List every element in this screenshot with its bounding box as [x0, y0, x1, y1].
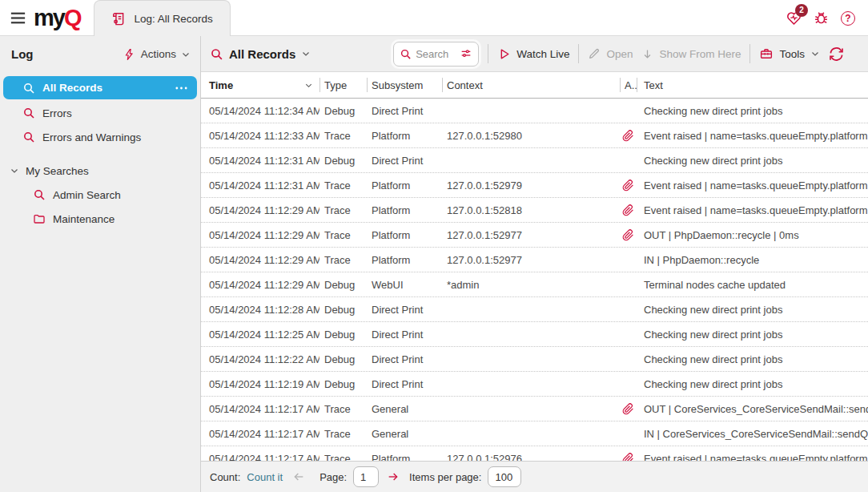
cell-type: Debug	[319, 322, 367, 346]
table-row[interactable]: 05/14/2024 11:12:17 AM Trace General OUT…	[201, 397, 868, 421]
table-row[interactable]: 05/14/2024 11:12:31 AM Debug Direct Prin…	[201, 148, 868, 173]
toolbar-divider	[749, 44, 750, 63]
sidebar-item-errors[interactable]: Errors	[0, 101, 200, 125]
myq-logo: myQ	[34, 6, 80, 30]
logo-q: Q	[64, 5, 81, 30]
cell-attachment	[620, 297, 637, 321]
sidebar-item-admin-search[interactable]: Admin Search	[0, 183, 200, 207]
next-page-arrow-icon[interactable]	[387, 470, 400, 483]
chevron-down-icon	[301, 49, 311, 58]
cell-time: 05/14/2024 11:12:33 AM	[201, 123, 319, 147]
table-row[interactable]: 05/14/2024 11:12:29 AM Debug WebUI *admi…	[201, 272, 868, 297]
column-header-text[interactable]: Text	[637, 72, 868, 98]
cell-subsystem: Direct Print	[367, 99, 442, 123]
cell-subsystem: General	[367, 421, 442, 446]
table-row[interactable]: 05/14/2024 11:12:34 AM Debug Direct Prin…	[201, 99, 868, 123]
cell-type: Debug	[319, 99, 367, 123]
health-badge: 2	[795, 4, 808, 17]
help-button[interactable]: ?	[839, 10, 857, 27]
column-header-time[interactable]: Time	[201, 72, 319, 98]
cell-type: Trace	[319, 173, 367, 197]
page-input[interactable]	[353, 466, 379, 487]
table-row[interactable]: 05/14/2024 11:12:29 AM Trace Platform 12…	[201, 198, 868, 223]
tools-dropdown-button[interactable]: Tools	[759, 46, 820, 61]
show-from-here-label: Show From Here	[659, 48, 741, 60]
sidebar-section-my-searches[interactable]: My Searches	[0, 159, 200, 183]
debug-bug-button[interactable]	[812, 10, 830, 27]
sidebar-item-maintenance[interactable]: Maintenance	[0, 207, 200, 231]
table-row[interactable]: 05/14/2024 11:12:22 AM Debug Direct Prin…	[201, 347, 868, 372]
attachment-paperclip-icon[interactable]	[622, 179, 634, 192]
search-icon	[33, 188, 46, 201]
attachment-paperclip-icon[interactable]	[622, 204, 634, 216]
chevron-down-icon	[810, 49, 820, 58]
cell-context: 127.0.0.1:52977	[442, 223, 620, 247]
attachment-paperclip-icon[interactable]	[622, 229, 634, 241]
cell-context	[442, 148, 620, 172]
actions-dropdown-button[interactable]: Actions	[123, 48, 191, 61]
panel-title: Log	[11, 47, 34, 61]
table-row[interactable]: 05/14/2024 11:12:17 AM Trace General IN …	[201, 421, 868, 446]
cell-text: OUT | PhpDaemon::recycle | 0ms	[637, 223, 868, 247]
sidebar-item-label: Admin Search	[53, 189, 121, 201]
cell-context: 127.0.0.1:52818	[442, 198, 620, 222]
section-label: My Searches	[26, 165, 89, 177]
table-header: Time Type Subsystem Context A... Text	[201, 72, 868, 99]
cell-time: 05/14/2024 11:12:22 AM	[201, 347, 319, 371]
attachment-paperclip-icon[interactable]	[622, 130, 634, 142]
view-label: All Records	[229, 47, 295, 61]
search-input[interactable]	[416, 48, 456, 60]
table-row[interactable]: 05/14/2024 11:12:31 AM Trace Platform 12…	[201, 173, 868, 198]
items-per-page-input[interactable]	[488, 466, 521, 487]
tab-log-all-records[interactable]: Log: All Records	[94, 0, 230, 36]
tools-label: Tools	[779, 48, 805, 60]
log-table: Time Type Subsystem Context A... Text 05…	[201, 72, 868, 461]
table-row[interactable]: 05/14/2024 11:12:25 AM Debug Direct Prin…	[201, 322, 868, 347]
cell-context	[442, 397, 620, 421]
table-row[interactable]: 05/14/2024 11:12:19 AM Debug Direct Prin…	[201, 372, 868, 397]
advanced-search-sliders-icon[interactable]	[460, 47, 472, 60]
column-header-type[interactable]: Type	[319, 72, 367, 98]
table-row[interactable]: 05/14/2024 11:12:29 AM Trace Platform 12…	[201, 223, 868, 248]
table-row[interactable]: 05/14/2024 11:12:29 AM Trace Platform 12…	[201, 248, 868, 272]
arrow-down-icon	[641, 48, 653, 60]
table-row[interactable]: 05/14/2024 11:12:17 AM Trace Platform 12…	[201, 446, 868, 461]
cell-attachment	[620, 173, 637, 197]
table-row[interactable]: 05/14/2024 11:12:33 AM Trace Platform 12…	[201, 123, 868, 148]
sidebar-item-all-records[interactable]: All Records	[3, 76, 197, 99]
column-header-attachments[interactable]: A...	[620, 72, 637, 98]
cell-time: 05/14/2024 11:12:29 AM	[201, 223, 319, 247]
cell-subsystem: Platform	[367, 173, 442, 197]
cell-text: Event raised | name=tasks.queueEmpty.pla…	[637, 446, 868, 461]
cell-type: Debug	[319, 372, 367, 396]
system-health-button[interactable]: 2	[785, 10, 802, 27]
previous-page-arrow-icon[interactable]	[292, 470, 305, 483]
folder-icon	[33, 212, 46, 225]
cell-text: Checking new direct print jobs	[637, 297, 868, 321]
cell-time: 05/14/2024 11:12:31 AM	[201, 173, 319, 197]
cell-context	[442, 372, 620, 396]
attachment-paperclip-icon[interactable]	[622, 403, 634, 415]
column-header-subsystem[interactable]: Subsystem	[367, 72, 442, 98]
hamburger-menu-icon[interactable]	[7, 8, 28, 29]
ellipsis-more-icon[interactable]	[175, 84, 188, 92]
cell-context: 127.0.0.1:52976	[442, 446, 620, 461]
cell-text: OUT | CoreServices_CoreServiceSendMail::…	[637, 397, 868, 421]
view-switcher-all-records[interactable]: All Records	[210, 47, 311, 61]
cell-subsystem: Platform	[367, 248, 442, 272]
cell-attachment	[620, 397, 637, 421]
main-toolbar: All Records	[201, 36, 868, 72]
cell-attachment	[620, 248, 637, 272]
cell-text: Checking new direct print jobs	[637, 372, 868, 396]
log-table-body: 05/14/2024 11:12:34 AM Debug Direct Prin…	[201, 99, 868, 461]
sidebar-item-errors-and-warnings[interactable]: Errors and Warnings	[0, 125, 200, 149]
count-it-link[interactable]: Count it	[247, 471, 283, 483]
show-from-here-button[interactable]: Show From Here	[641, 48, 741, 60]
cell-attachment	[620, 372, 637, 396]
open-button[interactable]: Open	[588, 47, 633, 60]
table-row[interactable]: 05/14/2024 11:12:28 AM Debug Direct Prin…	[201, 297, 868, 322]
attachment-paperclip-icon[interactable]	[622, 453, 634, 462]
column-header-context[interactable]: Context	[442, 72, 620, 98]
watch-live-button[interactable]: Watch Live	[497, 47, 569, 61]
refresh-button[interactable]	[829, 46, 844, 62]
